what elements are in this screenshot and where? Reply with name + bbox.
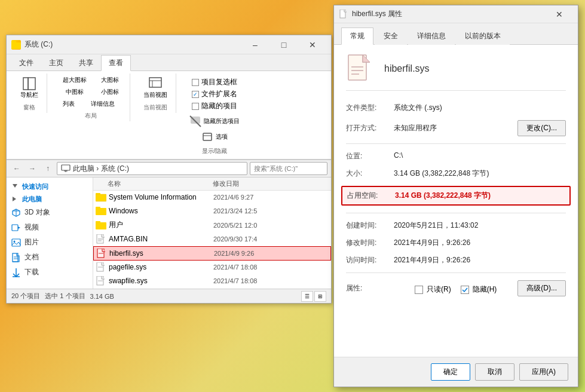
props-row-created: 创建时间: 2020年5月21日，11:43:02 xyxy=(346,220,566,231)
minimize-button[interactable]: – xyxy=(241,36,269,53)
options-icon xyxy=(201,131,213,143)
file-name-pagefile: pagefile.sys xyxy=(109,263,213,271)
change-button[interactable]: 更改(C)... xyxy=(517,120,566,136)
properties-window: hiberfil.sys 属性 ✕ 常规 安全 详细信息 以前的版本 xyxy=(333,5,578,387)
item-checkbox-ext[interactable] xyxy=(192,91,199,98)
options-label: 选项 xyxy=(216,133,228,141)
file-row-amtag[interactable]: AMTAG.BIN 2020/9/30 17:4 xyxy=(93,232,331,246)
options-btn[interactable]: 选项 xyxy=(198,129,231,145)
props-tab-details[interactable]: 详细信息 xyxy=(408,27,455,45)
small-btn[interactable]: 小图标 xyxy=(95,87,125,97)
space-label: 占用空间: xyxy=(347,191,395,201)
sidebar-downloads[interactable]: 下载 xyxy=(7,265,93,280)
search-input[interactable] xyxy=(250,162,327,175)
file-row-swapfile[interactable]: swapfile.sys 2021/4/7 18:08 xyxy=(93,274,331,288)
readonly-checkbox[interactable] xyxy=(415,286,423,294)
file-row-windows[interactable]: Windows 2021/3/24 12:5 xyxy=(93,204,331,218)
tab-file[interactable]: 文件 xyxy=(11,55,41,71)
nav-pane-icon xyxy=(22,76,36,91)
tab-view[interactable]: 查看 xyxy=(101,55,131,71)
address-box[interactable]: 此电脑 › 系统 (C:) xyxy=(57,162,247,175)
current-view-button[interactable]: 当前视图 xyxy=(140,75,171,101)
downloads-label: 下载 xyxy=(24,267,39,277)
explorer-title: 系统 (C:) xyxy=(24,39,241,50)
hide-icon xyxy=(189,115,201,127)
detail-btn[interactable]: 详细信息 xyxy=(83,99,122,109)
tab-share[interactable]: 共享 xyxy=(71,55,101,71)
file-icon-amtag xyxy=(96,234,106,244)
medium-btn[interactable]: 中图标 xyxy=(57,87,93,97)
nav-pane-button[interactable]: 导航栏 xyxy=(17,75,42,101)
file-name-hiberfil: hiberfil.sys xyxy=(109,249,214,258)
explorer-window: 系统 (C:) – □ ✕ 文件 主页 共享 查看 xyxy=(6,35,332,304)
up-button[interactable]: ↑ xyxy=(41,162,54,175)
advanced-button[interactable]: 高级(D)... xyxy=(517,280,566,296)
props-tab-versions[interactable]: 以前的版本 xyxy=(456,27,510,45)
sidebar-pictures[interactable]: 图片 xyxy=(7,235,93,250)
ribbon-section-showhide: 项目复选框 文件扩展名 隐藏的项目 隐 xyxy=(181,74,248,157)
file-row-pagefile[interactable]: pagefile.sys 2021/4/7 18:08 xyxy=(93,261,331,274)
checkbox-item-hidden[interactable]: 隐藏的项目 xyxy=(192,101,237,111)
attr-readonly[interactable]: 只读(R) xyxy=(415,284,451,295)
svg-rect-9 xyxy=(203,133,212,140)
folder-icon-svi xyxy=(96,192,106,202)
props-window-controls: ✕ xyxy=(546,6,573,23)
videos-label: 视频 xyxy=(24,222,39,232)
apply-button[interactable]: 应用(A) xyxy=(519,363,568,381)
props-tab-general[interactable]: 常规 xyxy=(341,27,373,45)
checkbox-item-select[interactable]: 项目复选框 xyxy=(192,77,237,87)
checkbox-item-ext[interactable]: 文件扩展名 xyxy=(192,89,237,99)
large-btn[interactable]: 大图标 xyxy=(95,75,125,85)
status-count: 20 个项目 xyxy=(11,292,40,301)
item-checkbox-hidden[interactable] xyxy=(192,103,199,110)
hide-selected-btn[interactable]: 隐藏所选项目 xyxy=(186,114,243,129)
size-value: 3.14 GB (3,382,222,848 字节) xyxy=(394,169,566,179)
file-name-amtag: AMTAG.BIN xyxy=(109,235,213,243)
list-btn[interactable]: 列表 xyxy=(57,99,81,109)
window-controls: – □ ✕ xyxy=(241,36,326,53)
ok-button[interactable]: 确定 xyxy=(431,363,470,381)
status-bar: 20 个项目 选中 1 个项目 3.14 GB ☰ ⊞ xyxy=(7,289,331,303)
sidebar: 快速访问 此电脑 3D 对象 视频 xyxy=(7,177,93,289)
svg-point-22 xyxy=(14,240,16,242)
download-icon xyxy=(11,268,21,277)
cancel-button[interactable]: 取消 xyxy=(475,363,514,381)
back-button[interactable]: ← xyxy=(10,162,23,175)
close-button[interactable]: ✕ xyxy=(299,36,326,53)
forward-button[interactable]: → xyxy=(26,162,39,175)
extra-large-btn[interactable]: 超大图标 xyxy=(57,75,93,85)
file-date-hiberfil: 2021/4/9 9:26 xyxy=(214,250,328,257)
file-list: 名称 修改日期 System Volume Information 2021/4… xyxy=(93,177,331,289)
svg-marker-14 xyxy=(13,184,17,188)
file-row-users[interactable]: 用户 2020/5/21 12:0 xyxy=(93,218,331,232)
layout-items: 超大图标 大图标 中图标 小图标 xyxy=(57,75,125,109)
props-tab-security[interactable]: 安全 xyxy=(375,27,407,45)
sidebar-documents[interactable]: 文档 xyxy=(7,250,93,265)
space-value: 3.14 GB (3,382,222,848 字节) xyxy=(395,191,565,201)
sidebar-this-pc[interactable]: 此电脑 xyxy=(7,192,93,205)
file-date-windows: 2021/3/24 12:5 xyxy=(213,207,329,215)
openmethod-value: 未知应用程序 xyxy=(394,123,517,133)
file-row-hiberfil[interactable]: hiberfil.sys 2021/4/9 9:26 xyxy=(93,246,331,261)
sidebar-3d-objects[interactable]: 3D 对象 xyxy=(7,205,93,220)
documents-label: 文档 xyxy=(24,252,39,262)
ribbon-section-layout: 超大图标 大图标 中图标 小图标 xyxy=(52,74,130,121)
col-name-header[interactable]: 名称 xyxy=(93,179,213,188)
sidebar-videos[interactable]: 视频 xyxy=(7,220,93,235)
file-row-svi[interactable]: System Volume Information 2021/4/6 9:27 xyxy=(93,191,331,204)
sidebar-quick-access[interactable]: 快速访问 xyxy=(7,180,93,192)
props-close-button[interactable]: ✕ xyxy=(546,6,573,23)
attr-hidden[interactable]: 隐藏(H) xyxy=(461,284,497,295)
maximize-button[interactable]: □ xyxy=(270,36,298,53)
col-date-header[interactable]: 修改日期 xyxy=(213,179,331,188)
hide-selected-label: 隐藏所选项目 xyxy=(204,117,240,125)
tab-home[interactable]: 主页 xyxy=(41,55,71,71)
modified-label: 修改时间: xyxy=(346,238,394,248)
grid-view-btn[interactable]: ⊞ xyxy=(314,291,326,302)
created-value: 2020年5月21日，11:43:02 xyxy=(394,220,566,231)
svg-marker-20 xyxy=(18,226,20,229)
hidden-checkbox[interactable] xyxy=(461,286,469,294)
props-body: hiberfil.sys 文件类型: 系统文件 (.sys) 打开方式: 未知应… xyxy=(334,45,578,357)
item-checkbox-select[interactable] xyxy=(192,79,199,86)
list-view-btn[interactable]: ☰ xyxy=(301,291,313,302)
